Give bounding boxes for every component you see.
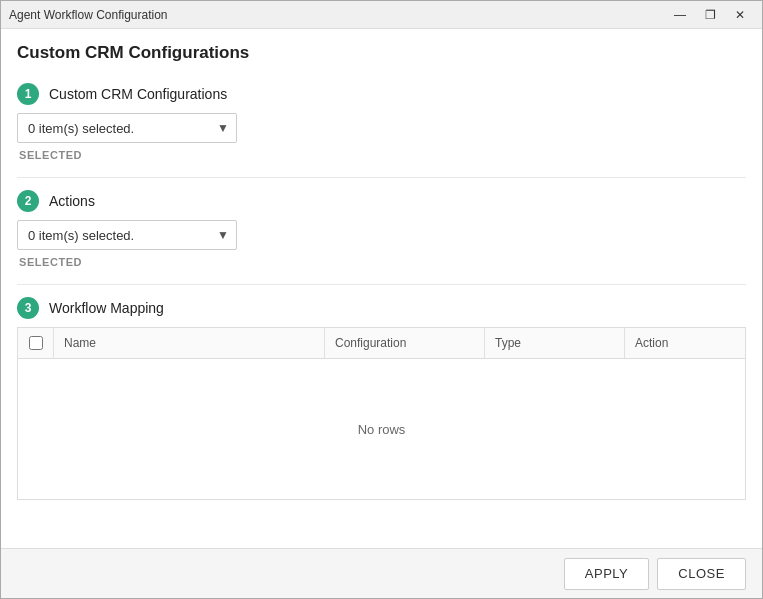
title-bar: Agent Workflow Configuration — ❐ ✕ bbox=[1, 1, 762, 29]
maximize-button[interactable]: ❐ bbox=[696, 4, 724, 26]
divider-1 bbox=[17, 177, 746, 178]
actions-section: 2 Actions 0 item(s) selected. ▼ SELECTED bbox=[17, 190, 746, 268]
workflow-section-header: 3 Workflow Mapping bbox=[17, 297, 746, 319]
actions-step-badge: 2 bbox=[17, 190, 39, 212]
title-bar-controls: — ❐ ✕ bbox=[666, 4, 754, 26]
apply-button[interactable]: APPLY bbox=[564, 558, 650, 590]
header-checkbox-cell bbox=[18, 328, 54, 358]
col-action: Action bbox=[625, 328, 745, 358]
workflow-table: Name Configuration Type Action bbox=[17, 327, 746, 500]
minimize-button[interactable]: — bbox=[666, 4, 694, 26]
crm-section: 1 Custom CRM Configurations 0 item(s) se… bbox=[17, 83, 746, 161]
workflow-step-badge: 3 bbox=[17, 297, 39, 319]
actions-dropdown-wrapper: 0 item(s) selected. ▼ bbox=[17, 220, 237, 250]
crm-dropdown[interactable]: 0 item(s) selected. bbox=[17, 113, 237, 143]
actions-selected-label: SELECTED bbox=[17, 256, 746, 268]
main-window: Agent Workflow Configuration — ❐ ✕ Custo… bbox=[0, 0, 763, 599]
crm-step-badge: 1 bbox=[17, 83, 39, 105]
actions-section-title: Actions bbox=[49, 193, 95, 209]
crm-dropdown-wrapper: 0 item(s) selected. ▼ bbox=[17, 113, 237, 143]
table-header: Name Configuration Type Action bbox=[18, 328, 745, 359]
footer-bar: APPLY CLOSE bbox=[1, 548, 762, 598]
divider-2 bbox=[17, 284, 746, 285]
crm-section-title: Custom CRM Configurations bbox=[49, 86, 227, 102]
main-area: 1 Custom CRM Configurations 0 item(s) se… bbox=[1, 73, 762, 548]
title-bar-text: Agent Workflow Configuration bbox=[9, 8, 666, 22]
table-body: No rows bbox=[18, 359, 745, 499]
crm-selected-label: SELECTED bbox=[17, 149, 746, 161]
workflow-section-title: Workflow Mapping bbox=[49, 300, 164, 316]
col-name: Name bbox=[54, 328, 325, 358]
col-configuration: Configuration bbox=[325, 328, 485, 358]
select-all-checkbox[interactable] bbox=[29, 336, 43, 350]
content-area[interactable]: 1 Custom CRM Configurations 0 item(s) se… bbox=[1, 73, 762, 548]
window-close-button[interactable]: ✕ bbox=[726, 4, 754, 26]
col-type: Type bbox=[485, 328, 625, 358]
crm-section-header: 1 Custom CRM Configurations bbox=[17, 83, 746, 105]
actions-dropdown[interactable]: 0 item(s) selected. bbox=[17, 220, 237, 250]
workflow-section: 3 Workflow Mapping Name bbox=[17, 297, 746, 500]
window-content: Custom CRM Configurations 1 Custom CRM C… bbox=[1, 29, 762, 598]
page-title: Custom CRM Configurations bbox=[1, 29, 762, 73]
actions-section-header: 2 Actions bbox=[17, 190, 746, 212]
close-button[interactable]: CLOSE bbox=[657, 558, 746, 590]
no-rows-message: No rows bbox=[358, 422, 406, 437]
